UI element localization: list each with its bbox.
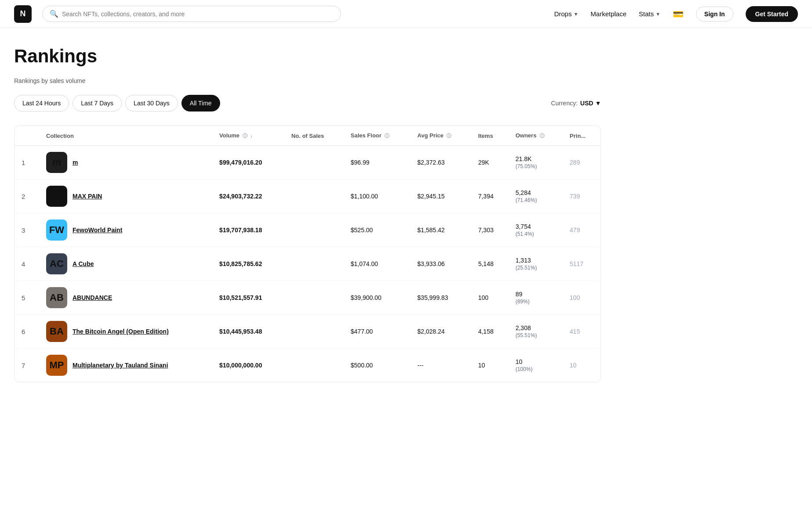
items-cell: 4,158	[471, 315, 508, 349]
avatar: MP	[46, 186, 67, 207]
col-rank	[14, 126, 39, 146]
col-owners: Owners ⓘ	[508, 126, 562, 146]
price-cell: 479	[563, 213, 601, 247]
collection-name[interactable]: ABUNDANCE	[72, 294, 112, 301]
rank-cell: 3	[14, 213, 39, 247]
nav-stats[interactable]: Stats ▼	[639, 10, 660, 18]
info-icon: ⓘ	[446, 133, 451, 138]
table-row: 5 AB ABUNDANCE $10,521,557.91 $39,900.00…	[14, 281, 601, 315]
rank-cell: 6	[14, 315, 39, 349]
num-sales-cell	[284, 349, 344, 382]
avatar: FW	[46, 220, 67, 241]
navbar: N 🔍 Drops ▼ Marketplace Stats ▼ 💳 Sign I…	[0, 0, 812, 28]
volume-cell: $10,521,557.91	[212, 281, 284, 315]
owners-cell: 5,284(71.46%)	[508, 180, 562, 213]
items-cell: 100	[471, 281, 508, 315]
col-items: Items	[471, 126, 508, 146]
table-row: 3 FW FewoWorld Paint $19,707,938.18 $525…	[14, 213, 601, 247]
owners-cell: 3,754(51.4%)	[508, 213, 562, 247]
time-filters: Last 24 Hours Last 7 Days Last 30 Days A…	[14, 95, 601, 112]
wallet-icon[interactable]: 💳	[673, 9, 684, 19]
filter-all-time[interactable]: All Time	[181, 95, 220, 112]
avg-price-cell: ---	[410, 349, 471, 382]
col-volume: Volume ⓘ ↓	[212, 126, 284, 146]
table-row: 2 MP MAX PAIN $24,903,732.22 $1,100.00 $…	[14, 180, 601, 213]
collection-name[interactable]: FewoWorld Paint	[72, 227, 122, 234]
currency-selector: Currency: USD ▼	[551, 100, 601, 107]
filter-last-24h[interactable]: Last 24 Hours	[14, 95, 69, 112]
owners-cell: 2,308(55.51%)	[508, 315, 562, 349]
search-bar: 🔍	[42, 6, 341, 22]
logo[interactable]: N	[14, 5, 32, 23]
avatar: m	[46, 152, 67, 173]
price-cell: 100	[563, 281, 601, 315]
avatar: AC	[46, 253, 67, 274]
get-started-button[interactable]: Get Started	[746, 6, 798, 22]
page-subtitle: Rankings by sales volume	[14, 77, 601, 84]
avatar: AB	[46, 287, 67, 308]
avg-price-cell: $2,372.63	[410, 146, 471, 180]
chevron-down-icon: ▼	[656, 11, 660, 17]
rank-cell: 2	[14, 180, 39, 213]
search-input[interactable]	[62, 11, 334, 18]
table-header-row: Collection Volume ⓘ ↓ No. of Sales Sales…	[14, 126, 601, 146]
sales-floor-cell: $96.99	[344, 146, 410, 180]
num-sales-cell	[284, 146, 344, 180]
avg-price-cell: $1,585.42	[410, 213, 471, 247]
avg-price-cell: $2,028.24	[410, 315, 471, 349]
info-icon: ⓘ	[540, 133, 544, 138]
sales-floor-cell: $477.00	[344, 315, 410, 349]
price-cell: 739	[563, 180, 601, 213]
collection-name[interactable]: The Bitcoin Angel (Open Edition)	[72, 328, 169, 335]
sort-icon[interactable]: ↓	[250, 132, 253, 139]
filter-last-7d[interactable]: Last 7 Days	[72, 95, 122, 112]
collection-name[interactable]: A Cube	[72, 260, 94, 267]
price-cell: 10	[563, 349, 601, 382]
items-cell: 7,394	[471, 180, 508, 213]
avatar: BA	[46, 321, 67, 342]
rank-cell: 7	[14, 349, 39, 382]
volume-cell: $10,000,000.00	[212, 349, 284, 382]
table-row: 7 MP Multiplanetary by Tauland Sinani $1…	[14, 349, 601, 382]
volume-cell: $24,903,732.22	[212, 180, 284, 213]
filter-last-30d[interactable]: Last 30 Days	[125, 95, 178, 112]
collection-cell: MP MAX PAIN	[39, 180, 212, 213]
collection-name[interactable]: m	[72, 159, 78, 166]
rank-cell: 5	[14, 281, 39, 315]
collection-name[interactable]: Multiplanetary by Tauland Sinani	[72, 362, 168, 369]
signin-button[interactable]: Sign In	[696, 7, 733, 22]
col-collection: Collection	[39, 126, 212, 146]
col-price: Prin...	[563, 126, 601, 146]
items-cell: 5,148	[471, 247, 508, 281]
sales-floor-cell: $1,074.00	[344, 247, 410, 281]
items-cell: 29K	[471, 146, 508, 180]
collection-cell: FW FewoWorld Paint	[39, 213, 212, 247]
volume-cell: $99,479,016.20	[212, 146, 284, 180]
nav-links: Drops ▼ Marketplace Stats ▼ 💳 Sign In Ge…	[554, 6, 798, 22]
price-cell: 5117	[563, 247, 601, 281]
rankings-table-wrap: Collection Volume ⓘ ↓ No. of Sales Sales…	[14, 126, 601, 382]
nav-drops[interactable]: Drops ▼	[554, 10, 578, 18]
chevron-down-icon: ▼	[595, 100, 601, 107]
volume-cell: $10,825,785.62	[212, 247, 284, 281]
num-sales-cell	[284, 180, 344, 213]
collection-cell: m m	[39, 146, 212, 180]
info-icon: ⓘ	[243, 133, 247, 138]
search-icon: 🔍	[50, 10, 58, 18]
currency-dropdown[interactable]: USD ▼	[580, 100, 601, 107]
page-title: Rankings	[14, 46, 601, 67]
col-sales-floor: Sales Floor ⓘ	[344, 126, 410, 146]
owners-cell: 21.8K(75.05%)	[508, 146, 562, 180]
collection-name[interactable]: MAX PAIN	[72, 193, 102, 200]
avg-price-cell: $35,999.83	[410, 281, 471, 315]
info-icon: ⓘ	[384, 133, 389, 138]
avg-price-cell: $3,933.06	[410, 247, 471, 281]
col-avg-price: Avg Price ⓘ	[410, 126, 471, 146]
items-cell: 10	[471, 349, 508, 382]
chevron-down-icon: ▼	[573, 11, 578, 17]
table-row: 6 BA The Bitcoin Angel (Open Edition) $1…	[14, 315, 601, 349]
avatar: MP	[46, 355, 67, 376]
price-cell: 289	[563, 146, 601, 180]
sales-floor-cell: $525.00	[344, 213, 410, 247]
nav-marketplace[interactable]: Marketplace	[591, 10, 627, 18]
